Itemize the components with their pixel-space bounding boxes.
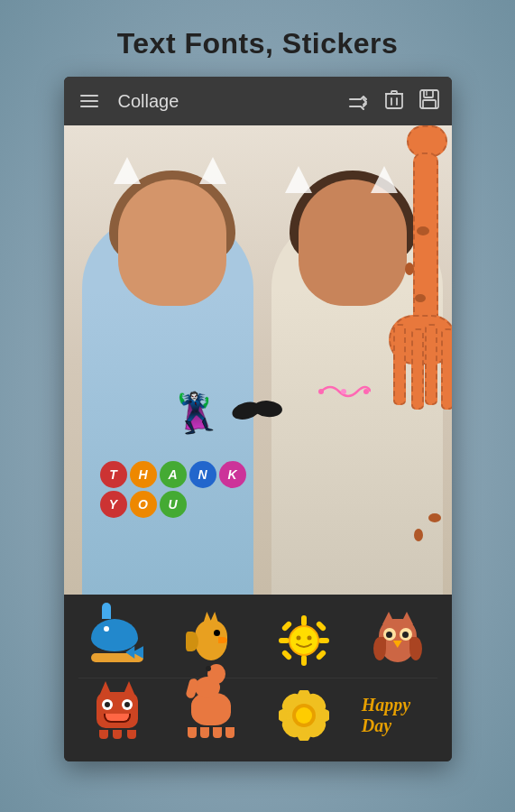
sun-sticker[interactable]: [268, 609, 340, 672]
toolbar-title: Collage: [111, 91, 340, 112]
svg-point-7: [341, 389, 346, 394]
whale-sticker[interactable]: [81, 609, 153, 672]
svg-rect-2: [424, 90, 433, 97]
image-area: 🦹 T H A N K: [64, 125, 452, 595]
svg-rect-14: [316, 621, 327, 632]
svg-point-19: [308, 636, 312, 641]
svg-rect-12: [318, 638, 329, 643]
girl1-head: [118, 180, 226, 306]
shuffle-button[interactable]: [349, 94, 369, 108]
svg-rect-16: [316, 650, 327, 661]
svg-rect-13: [281, 621, 293, 632]
menu-button[interactable]: [77, 91, 102, 111]
toolbar-icons: [349, 89, 439, 114]
giraffe-legs: [389, 324, 452, 432]
happy-day-sticker[interactable]: Happy Day: [362, 684, 434, 747]
cat-ear-girl1-left: [114, 157, 141, 184]
owl-sticker[interactable]: [362, 609, 434, 672]
happy-day-text: Happy Day: [362, 695, 434, 736]
elephant-sticker[interactable]: [175, 684, 247, 747]
svg-rect-9: [301, 615, 307, 626]
svg-point-17: [290, 626, 318, 655]
app-toolbar: Collage: [64, 77, 452, 125]
swirl-sticker[interactable]: [317, 378, 371, 411]
thank-you-row1: T H A N K: [100, 461, 246, 488]
svg-rect-15: [281, 650, 293, 661]
header-text-normal: Text Fonts,: [117, 27, 282, 60]
sticker-row-1: [71, 604, 445, 678]
sticker-panel: Happy Day: [64, 595, 452, 761]
thank-you-sticker[interactable]: T H A N K Y O U: [100, 461, 246, 518]
delete-button[interactable]: [385, 89, 403, 114]
svg-point-29: [296, 707, 312, 724]
svg-rect-0: [386, 94, 402, 108]
giraffe-sticker[interactable]: [384, 125, 452, 432]
svg-rect-3: [423, 100, 436, 108]
bird-sticker[interactable]: [175, 609, 247, 672]
svg-point-6: [318, 389, 324, 394]
app-header-title: Text Fonts, Stickers: [117, 27, 399, 60]
svg-point-18: [297, 636, 301, 641]
svg-point-8: [363, 389, 369, 394]
giraffe-neck: [413, 152, 438, 333]
save-button[interactable]: [419, 89, 439, 114]
flower-sticker[interactable]: [268, 684, 340, 747]
phone-app: Collage: [64, 77, 452, 761]
svg-rect-11: [279, 638, 290, 643]
monster-sticker[interactable]: [81, 684, 153, 747]
cat-ear-girl2-left: [285, 166, 312, 193]
svg-rect-10: [301, 655, 307, 666]
header-text-bold: Stickers: [282, 27, 399, 60]
cat-ear-girl1-right: [199, 157, 226, 184]
thank-you-row2: Y O U: [100, 491, 246, 518]
sticker-row-2: Happy Day: [71, 678, 445, 752]
